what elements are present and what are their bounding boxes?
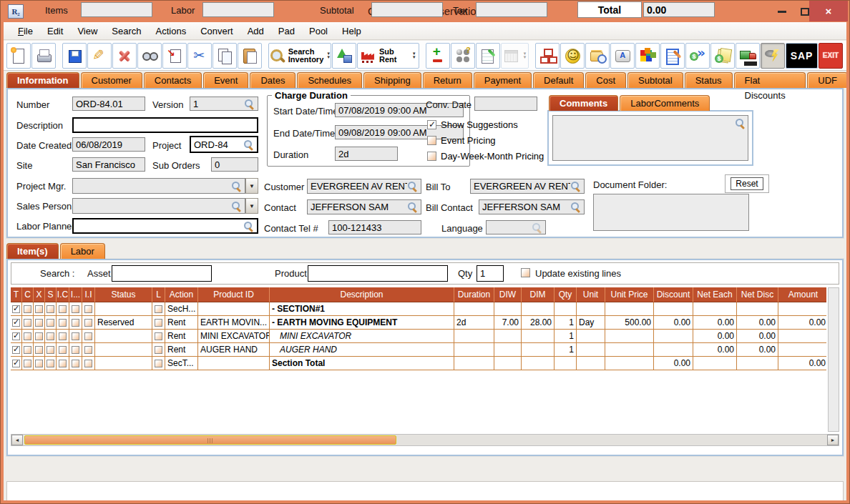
- column-header-net_disc[interactable]: Net Disc: [737, 287, 778, 302]
- search-icon[interactable]: [243, 221, 254, 232]
- cell-ic[interactable]: [57, 302, 69, 316]
- row-checkbox-ii[interactable]: [84, 305, 92, 313]
- cell-t[interactable]: [11, 302, 22, 316]
- cell-x[interactable]: [34, 316, 45, 330]
- update-existing-lines-checkbox[interactable]: [521, 268, 530, 277]
- search-icon[interactable]: [735, 118, 746, 129]
- day-week-month-pricing-checkbox[interactable]: [427, 152, 436, 161]
- row-checkbox-ic[interactable]: [59, 346, 67, 354]
- row-checkbox-id[interactable]: [72, 346, 79, 354]
- find-button[interactable]: [137, 43, 162, 69]
- cell-discount[interactable]: 0.00: [654, 357, 693, 370]
- cell-ic[interactable]: [57, 316, 69, 330]
- cell-ic[interactable]: [57, 330, 69, 343]
- vertical-scrollbar[interactable]: [828, 287, 839, 432]
- row-checkbox-t[interactable]: [12, 332, 20, 340]
- save-button[interactable]: [62, 43, 87, 69]
- row-checkbox-l[interactable]: [155, 332, 162, 340]
- bill-to-field[interactable]: EVERGREEN AV RENTAL: [470, 179, 585, 194]
- tab-flat-discounts[interactable]: Flat Discounts: [734, 72, 806, 88]
- row-checkbox-ic[interactable]: [59, 305, 67, 313]
- sap-button[interactable]: SAP: [786, 43, 818, 69]
- cut-button[interactable]: [187, 43, 212, 69]
- row-checkbox-s[interactable]: [47, 346, 54, 354]
- table-row[interactable]: SecH...- SECTION#1: [11, 302, 826, 316]
- description-field[interactable]: [72, 117, 258, 133]
- column-header-id[interactable]: I...: [69, 287, 82, 302]
- column-header-net_each[interactable]: Net Each: [693, 287, 737, 302]
- column-header-s[interactable]: S: [45, 287, 57, 302]
- tab-laborcomments[interactable]: LaborComments: [620, 95, 710, 111]
- org-chart-button[interactable]: [535, 43, 560, 69]
- cell-id[interactable]: [69, 343, 82, 357]
- scroll-right-icon[interactable]: ►: [827, 435, 839, 445]
- edit-button[interactable]: [87, 43, 112, 69]
- show-suggestions-checkbox[interactable]: [427, 120, 436, 129]
- tab-payment[interactable]: Payment: [474, 72, 532, 88]
- date-created-field[interactable]: 06/08/2019: [72, 137, 145, 152]
- tab-cost[interactable]: Cost: [585, 72, 626, 88]
- tab-event[interactable]: Event: [203, 72, 248, 88]
- calendar-button[interactable]: ▼▼: [501, 43, 529, 69]
- project-mgr-dropdown[interactable]: ▼: [245, 178, 258, 194]
- cell-net_disc[interactable]: 0.00: [737, 330, 778, 343]
- cell-s[interactable]: [45, 357, 57, 370]
- tab-schedules[interactable]: Schedules: [297, 72, 362, 88]
- cell-product[interactable]: [198, 357, 270, 370]
- column-header-status[interactable]: Status: [95, 287, 152, 302]
- cell-x[interactable]: [34, 343, 45, 357]
- cell-diw[interactable]: [494, 343, 522, 357]
- tab-customer[interactable]: Customer: [81, 72, 142, 88]
- row-checkbox-l[interactable]: [155, 346, 162, 354]
- row-checkbox-t[interactable]: [12, 319, 20, 327]
- cell-c[interactable]: [22, 357, 34, 370]
- sales-person-field[interactable]: [72, 198, 245, 214]
- search-icon[interactable]: [231, 181, 242, 192]
- cell-net_disc[interactable]: [737, 302, 778, 316]
- asset-input[interactable]: [112, 265, 212, 282]
- search-inventory-button[interactable]: Search Inventory▼▼: [268, 43, 331, 69]
- cell-unit[interactable]: Day: [577, 316, 605, 330]
- row-checkbox-t[interactable]: [12, 360, 20, 367]
- cell-product[interactable]: EARTH MOVIN...: [198, 316, 270, 330]
- cell-unit[interactable]: [577, 330, 605, 343]
- delete-button[interactable]: [112, 43, 137, 69]
- tab-item-s[interactable]: Item(s): [6, 243, 59, 259]
- cell-dim[interactable]: [522, 357, 555, 370]
- contact-field[interactable]: JEFFERSON SAM: [307, 199, 421, 214]
- cell-net_each[interactable]: 0.00: [693, 316, 737, 330]
- search-icon[interactable]: [407, 202, 418, 212]
- cell-desc[interactable]: Section Total: [270, 357, 454, 370]
- sales-person-dropdown[interactable]: ▼: [245, 198, 258, 214]
- cell-status[interactable]: Reserved: [95, 316, 152, 330]
- cell-s[interactable]: [45, 330, 57, 343]
- row-checkbox-c[interactable]: [24, 346, 31, 354]
- cell-discount[interactable]: [654, 330, 693, 343]
- cell-status[interactable]: [95, 357, 152, 370]
- cell-dim[interactable]: 28.00: [522, 316, 555, 330]
- cell-status[interactable]: [95, 302, 152, 316]
- row-checkbox-l[interactable]: [155, 319, 162, 327]
- search-icon[interactable]: [243, 139, 254, 150]
- cell-t[interactable]: [11, 343, 22, 357]
- row-checkbox-id[interactable]: [72, 319, 79, 327]
- row-checkbox-id[interactable]: [72, 332, 79, 340]
- column-header-discount[interactable]: Discount: [654, 287, 693, 302]
- paste-button[interactable]: [238, 43, 262, 69]
- column-header-ic[interactable]: I.C: [57, 287, 69, 302]
- row-checkbox-id[interactable]: [72, 305, 79, 313]
- cell-c[interactable]: [22, 330, 34, 343]
- row-checkbox-ii[interactable]: [84, 319, 92, 327]
- inventory-blocks-button[interactable]: [635, 43, 660, 69]
- version-field[interactable]: 1: [190, 97, 258, 111]
- table-row[interactable]: SecT...Section Total0.000.00: [11, 357, 826, 370]
- number-field[interactable]: ORD-84.01: [72, 97, 145, 111]
- cell-qty[interactable]: 1: [555, 343, 577, 357]
- tab-comments[interactable]: Comments: [549, 95, 618, 111]
- cell-desc[interactable]: - EARTH MOVING EQUIPMENT: [270, 316, 454, 330]
- spinner-arrows-icon[interactable]: ▼▼: [412, 52, 416, 59]
- row-checkbox-ii[interactable]: [84, 346, 92, 354]
- column-header-ii[interactable]: I.I: [82, 287, 95, 302]
- cell-desc[interactable]: MINI EXCAVATOR: [270, 330, 454, 343]
- cell-qty[interactable]: 1: [555, 316, 577, 330]
